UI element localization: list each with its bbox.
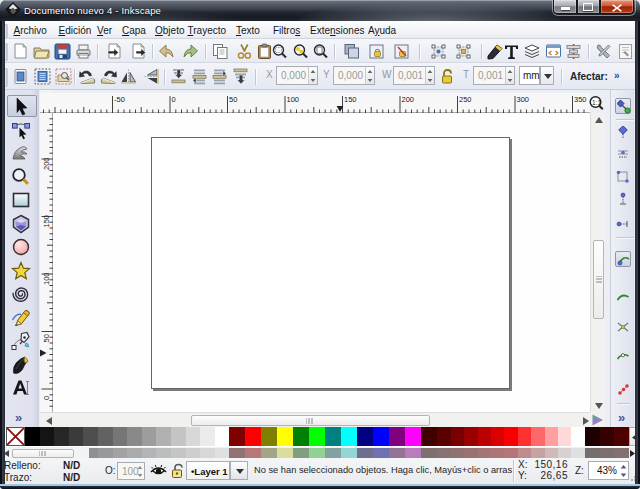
svg-text:200: 200 bbox=[402, 95, 415, 104]
svg-text:50: 50 bbox=[42, 334, 51, 342]
svg-text:0: 0 bbox=[172, 95, 176, 104]
svg-text:300: 300 bbox=[517, 95, 530, 104]
svg-text:100: 100 bbox=[287, 95, 300, 104]
svg-text:150: 150 bbox=[42, 215, 51, 228]
svg-text:0: 0 bbox=[42, 396, 51, 400]
svg-text:250: 250 bbox=[459, 95, 472, 104]
svg-text:50: 50 bbox=[229, 95, 237, 104]
svg-text:200: 200 bbox=[42, 157, 51, 170]
svg-text:1:1: 1:1 bbox=[592, 99, 601, 106]
svg-text:100: 100 bbox=[42, 272, 51, 285]
svg-text:350: 350 bbox=[574, 95, 587, 104]
svg-text:150: 150 bbox=[344, 95, 357, 104]
svg-text:-50: -50 bbox=[114, 95, 125, 104]
